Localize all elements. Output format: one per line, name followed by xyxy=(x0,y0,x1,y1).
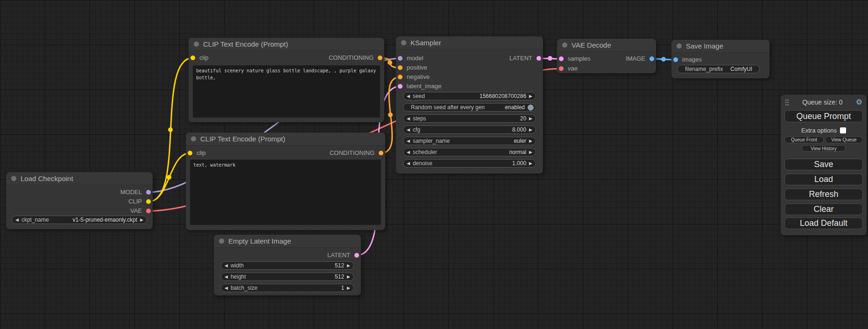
gear-icon[interactable]: ⚙ xyxy=(856,98,862,106)
stepper-right-icon[interactable]: ▶ xyxy=(347,284,350,292)
output-label-conditioning: CONDITIONING xyxy=(330,148,374,158)
port-model-output[interactable] xyxy=(146,190,151,195)
widget-batch-size[interactable]: ◀ batch_size 1 ▶ xyxy=(221,284,354,292)
stepper-left-icon[interactable]: ◀ xyxy=(407,159,410,168)
stepper-right-icon[interactable]: ▶ xyxy=(529,126,532,134)
view-history-button[interactable]: View History xyxy=(802,145,846,152)
collapse-dot-icon[interactable] xyxy=(677,43,682,49)
collapse-dot-icon[interactable] xyxy=(219,238,224,244)
widget-random-seed[interactable]: Random seed after every gen enabled xyxy=(403,103,536,112)
stepper-right-icon[interactable]: ▶ xyxy=(529,92,532,100)
toggle-icon[interactable] xyxy=(528,105,534,111)
stepper-right-icon[interactable]: ▶ xyxy=(529,137,532,145)
widget-cfg[interactable]: ◀ cfg 8.000 ▶ xyxy=(403,126,536,134)
node-clip-text-encode-positive[interactable]: CLIP Text Encode (Prompt) clip CONDITION… xyxy=(189,38,384,122)
stepper-left-icon[interactable]: ◀ xyxy=(225,261,228,270)
port-clip-output[interactable] xyxy=(146,199,151,204)
node-titlebar[interactable]: Save Image xyxy=(671,40,769,53)
node-save-image[interactable]: Save Image images filename_prefix ComfyU… xyxy=(671,40,769,78)
widget-filename-prefix[interactable]: filename_prefix ComfyUI xyxy=(677,65,760,73)
load-default-button[interactable]: Load Default xyxy=(784,217,863,229)
node-titlebar[interactable]: VAE Decode xyxy=(557,39,656,52)
stepper-right-icon[interactable]: ▶ xyxy=(140,216,143,224)
port-conditioning-output[interactable] xyxy=(379,151,383,155)
stepper-right-icon[interactable]: ▶ xyxy=(347,273,350,281)
prompt-textarea[interactable]: text, watermark xyxy=(190,160,381,225)
collapse-dot-icon[interactable] xyxy=(401,40,406,45)
stepper-right-icon[interactable]: ▶ xyxy=(529,159,532,168)
queue-front-button[interactable]: Queue Front xyxy=(784,136,824,143)
node-empty-latent-image[interactable]: Empty Latent Image LATENT ◀ width 512 ▶ … xyxy=(214,235,361,295)
stepper-right-icon[interactable]: ▶ xyxy=(529,114,532,123)
port-positive-input[interactable] xyxy=(398,65,402,70)
node-titlebar[interactable]: Load Checkpoint xyxy=(6,172,153,185)
node-canvas[interactable]: Load Checkpoint MODEL CLIP VAE ◀ ckpt_na… xyxy=(0,0,868,329)
port-latent-output[interactable] xyxy=(536,56,541,61)
node-titlebar[interactable]: KSampler xyxy=(396,36,543,49)
collapse-dot-icon[interactable] xyxy=(191,136,196,141)
stepper-left-icon[interactable]: ◀ xyxy=(407,137,410,145)
stepper-left-icon[interactable]: ◀ xyxy=(407,92,410,100)
stepper-left-icon[interactable]: ◀ xyxy=(225,284,228,292)
input-row-latent-image: latent_image xyxy=(396,82,543,91)
port-latent-output[interactable] xyxy=(354,253,359,258)
collapse-dot-icon[interactable] xyxy=(194,42,199,47)
widget-ckpt-name[interactable]: ◀ ckpt_name v1-5-pruned-emaonly.ckpt ▶ xyxy=(12,216,147,224)
link-dot-clip2[interactable] xyxy=(167,175,171,180)
widget-scheduler[interactable]: ◀ scheduler normal ▶ xyxy=(403,148,536,156)
stepper-left-icon[interactable]: ◀ xyxy=(225,273,228,281)
widget-value: normal xyxy=(440,149,526,155)
queue-prompt-button[interactable]: Queue Prompt xyxy=(784,110,863,122)
node-ksampler[interactable]: KSampler model LATENT positive negative … xyxy=(396,36,543,174)
node-titlebar[interactable]: CLIP Text Encode (Prompt) xyxy=(189,38,384,51)
node-title: Save Image xyxy=(686,42,723,50)
refresh-button[interactable]: Refresh xyxy=(784,189,863,200)
port-images-input[interactable] xyxy=(673,57,678,62)
widget-sampler-name[interactable]: ◀ sampler_name euler ▶ xyxy=(403,137,536,145)
widget-denoise[interactable]: ◀ denoise 1.000 ▶ xyxy=(403,159,536,168)
stepper-right-icon[interactable]: ▶ xyxy=(347,261,350,270)
drag-handle-icon[interactable] xyxy=(785,99,789,105)
collapse-dot-icon[interactable] xyxy=(562,42,567,48)
port-latent-image-input[interactable] xyxy=(398,84,402,89)
widget-label: scheduler xyxy=(413,149,437,155)
port-negative-input[interactable] xyxy=(398,75,402,79)
link-dot-cond1[interactable] xyxy=(388,60,392,65)
port-vae-input[interactable] xyxy=(559,66,564,71)
link-dot-cond2[interactable] xyxy=(388,112,393,117)
prompt-textarea[interactable]: beautiful scenery nature glass bottle la… xyxy=(193,65,380,118)
port-samples-input[interactable] xyxy=(559,56,564,61)
clear-button[interactable]: Clear xyxy=(784,203,863,215)
link-dot-clip1[interactable] xyxy=(168,127,173,132)
port-clip-input[interactable] xyxy=(188,151,192,155)
node-load-checkpoint[interactable]: Load Checkpoint MODEL CLIP VAE ◀ ckpt_na… xyxy=(6,172,153,229)
port-clip-input[interactable] xyxy=(191,56,195,60)
link-dot-latent[interactable] xyxy=(548,56,552,61)
widget-seed[interactable]: ◀ seed 156680208700286 ▶ xyxy=(403,92,536,100)
port-conditioning-output[interactable] xyxy=(378,56,382,60)
node-title: KSampler xyxy=(410,39,441,47)
widget-label: width xyxy=(231,262,244,269)
input-row-vae: vae xyxy=(557,64,656,73)
stepper-left-icon[interactable]: ◀ xyxy=(407,148,410,156)
widget-height[interactable]: ◀ height 512 ▶ xyxy=(221,273,354,281)
collapse-dot-icon[interactable] xyxy=(11,176,16,181)
node-titlebar[interactable]: Empty Latent Image xyxy=(214,235,361,248)
stepper-left-icon[interactable]: ◀ xyxy=(15,216,19,224)
widget-steps[interactable]: ◀ steps 20 ▶ xyxy=(403,114,536,123)
port-image-output[interactable] xyxy=(649,56,654,61)
node-vae-decode[interactable]: VAE Decode samples IMAGE vae xyxy=(557,39,656,73)
link-dot-image[interactable] xyxy=(661,57,666,62)
save-button[interactable]: Save xyxy=(784,159,863,170)
view-queue-button[interactable]: View Queue xyxy=(825,136,863,143)
output-label: VAE xyxy=(130,207,142,214)
stepper-left-icon[interactable]: ◀ xyxy=(407,114,410,123)
extra-options-checkbox[interactable] xyxy=(840,127,846,133)
port-vae-output[interactable] xyxy=(146,209,151,213)
load-button[interactable]: Load xyxy=(784,174,863,185)
stepper-right-icon[interactable]: ▶ xyxy=(529,148,532,156)
node-titlebar[interactable]: CLIP Text Encode (Prompt) xyxy=(186,133,385,146)
node-clip-text-encode-negative[interactable]: CLIP Text Encode (Prompt) clip CONDITION… xyxy=(186,133,385,230)
stepper-left-icon[interactable]: ◀ xyxy=(407,126,410,134)
widget-width[interactable]: ◀ width 512 ▶ xyxy=(221,261,354,270)
